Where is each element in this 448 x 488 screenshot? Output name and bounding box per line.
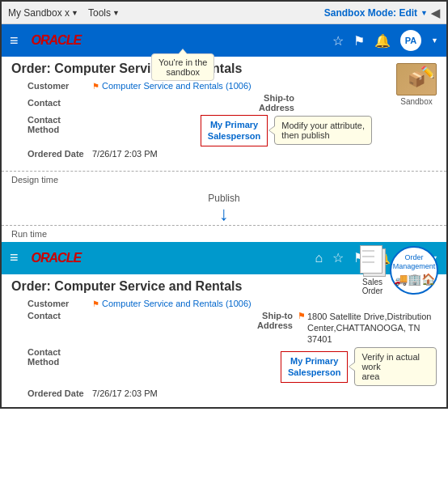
runtime-ship-to-value: ⚑ 1800 Satellite Drive,Distribution Cent… — [296, 311, 437, 346]
runtime-contact-label: Contact — [11, 311, 92, 320]
design-contactmethod-label: Contact Method — [11, 115, 92, 134]
runtime-customer-row: Customer ⚑ Computer Service and Rentals … — [11, 299, 437, 308]
top-menu-bar: My Sandbox x ▼ Tools ▼ Sandbox Mode: Edi… — [2, 2, 446, 24]
design-time-label: Design time — [2, 171, 446, 188]
design-order-content: ⚑ Computer Service and Rentals (1006) — [92, 81, 437, 91]
runtime-contactmethod-label: Contact Method — [11, 347, 92, 367]
runtime-customer-value: ⚑ Computer Service and Rentals (1006) — [92, 299, 437, 308]
sandbox-mode-text: Sandbox Mode: Edit — [324, 7, 417, 19]
runtime-ordered-date-label: Ordered Date — [11, 388, 92, 398]
user-avatar-design[interactable]: PA — [400, 30, 421, 51]
tools-menu[interactable]: Tools ▼ — [88, 7, 120, 19]
verify-actual-work-area-callout: Verify in actual work area — [354, 347, 437, 386]
runtime-ship-to-label: Ship-to Address — [231, 311, 296, 330]
design-ship-to-label: Ship-to Address — [230, 93, 294, 112]
user-dropdown-icon-design[interactable]: ▼ — [431, 36, 438, 45]
runtime-customer-label: Customer — [11, 299, 92, 308]
design-customer-value: Computer Service and Rentals (1006) — [102, 81, 251, 91]
sandbox-mode-arrow-icon: ◀ — [431, 6, 440, 19]
tools-label: Tools — [88, 7, 111, 19]
design-time-section: 📦 ✏️ Sandbox Order: Computer Service and… — [2, 57, 446, 171]
runtime-contactmethod-row: Contact Method My Primary Salesperson Ve… — [11, 347, 437, 386]
design-ordered-date-label: Ordered Date — [11, 149, 92, 159]
publish-area: Publish ↓ — [2, 188, 446, 225]
run-time-label: Run time — [2, 225, 446, 242]
design-customer-row: Customer ⚑ Computer Service and Rentals … — [11, 81, 437, 91]
sandbox-image-area: 📦 ✏️ Sandbox — [396, 63, 437, 106]
home-icon-runtime[interactable]: ⌂ — [315, 251, 323, 265]
sandbox-label: Sandbox — [400, 97, 432, 106]
design-ordered-date-value: 7/26/17 2:03 PM — [92, 149, 437, 159]
design-contactmethod-row: Contact Method My Primary Salesperson Mo… — [11, 115, 437, 146]
oracle-text-runtime: ORACLE — [32, 251, 82, 265]
runtime-order-title: Order: Computer Service and Rentals — [11, 279, 437, 294]
pencil-overlay-icon: ✏️ — [422, 66, 434, 77]
oracle-text: ORACLE — [32, 33, 82, 47]
sandbox-icon: 📦 ✏️ — [396, 63, 437, 95]
sandbox-tooltip: You're in the sandbox — [151, 53, 214, 81]
modify-attribute-callout: Modify your attribute, then publish — [274, 116, 372, 145]
runtime-ordered-date-row: Ordered Date 7/26/17 2:03 PM — [11, 388, 437, 398]
design-primary-salesperson-box: My Primary Salesperson — [201, 115, 268, 146]
oracle-header-design: ≡ ORACLE You're in the sandbox ☆ ⚑ 🔔 PA … — [2, 24, 446, 57]
design-customer-label: Customer — [11, 81, 92, 91]
tools-dropdown-icon: ▼ — [112, 9, 120, 17]
flag-icon[interactable]: ⚑ — [353, 33, 365, 49]
sandbox-mode-dropdown-icon: ▼ — [421, 9, 428, 17]
runtime-section: ═════════ Sales Order Order Management 🚚… — [2, 242, 446, 408]
publish-arrow-icon: ↓ — [219, 204, 229, 223]
star-icon[interactable]: ☆ — [332, 33, 344, 49]
page-front: ═════════ — [360, 245, 382, 274]
design-contact-label: Contact — [11, 98, 92, 108]
runtime-ship-to-flag: ⚑ — [298, 311, 306, 321]
runtime-contact-row: Contact Ship-to Address ⚑ 1800 Satellite… — [11, 311, 437, 346]
runtime-primary-salesperson-box: My Primary Salesperson — [281, 351, 348, 383]
sandbox-mode-label[interactable]: Sandbox Mode: Edit ▼ ◀ — [324, 6, 440, 19]
my-sandbox-dropdown-icon: ▼ — [71, 9, 78, 17]
runtime-customer-flag-icon: ⚑ — [92, 299, 99, 308]
runtime-ordered-date-value: 7/26/17 2:03 PM — [92, 388, 437, 398]
design-order-title: Order: Computer Service and Rentals — [11, 62, 437, 76]
oracle-logo-runtime: ORACLE — [32, 251, 82, 265]
my-sandbox-menu[interactable]: My Sandbox x ▼ — [8, 7, 78, 19]
sales-order-icon: ═════════ — [358, 245, 387, 278]
header-icons-design: ☆ ⚑ 🔔 PA ▼ — [332, 30, 438, 51]
design-contact-row: Contact Ship-to Address — [11, 93, 437, 112]
oracle-logo: ORACLE — [32, 33, 82, 48]
star-icon-runtime[interactable]: ☆ — [332, 250, 344, 265]
hamburger-icon[interactable]: ≡ — [10, 32, 19, 49]
bell-icon[interactable]: 🔔 — [374, 33, 391, 49]
main-container: My Sandbox x ▼ Tools ▼ Sandbox Mode: Edi… — [0, 0, 448, 409]
top-menu-left: My Sandbox x ▼ Tools ▼ — [8, 7, 120, 19]
runtime-order-content: Order: Computer Service and Rentals Cust… — [2, 274, 446, 408]
design-order-content: 📦 ✏️ Sandbox Order: Computer Service and… — [2, 57, 446, 168]
design-ordered-date-row: Ordered Date 7/26/17 2:03 PM — [11, 149, 437, 159]
customer-flag-icon: ⚑ — [92, 82, 99, 91]
my-sandbox-label: My Sandbox x — [8, 7, 70, 19]
hamburger-icon-runtime[interactable]: ≡ — [10, 249, 19, 266]
